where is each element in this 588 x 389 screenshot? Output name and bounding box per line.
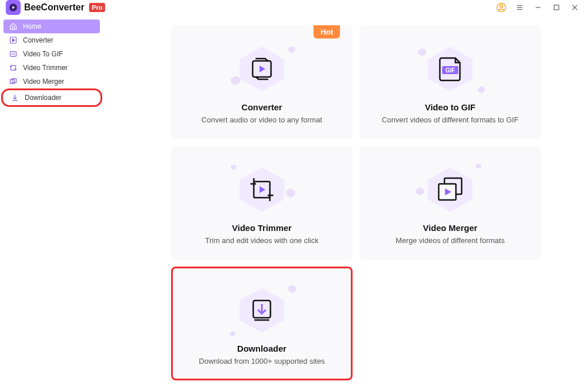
sidebar-item-label: Downloader — [25, 94, 61, 102]
brand-logo-icon — [6, 0, 21, 15]
account-icon[interactable] — [496, 2, 506, 13]
sidebar-item-label: Home — [23, 22, 41, 30]
card-desc: Convert audio or video to any format — [202, 115, 322, 124]
card-desc: Convert videos of different formats to G… — [382, 115, 519, 124]
gif-icon — [9, 50, 17, 58]
main-content: Hot Converter Convert audio or vi — [103, 15, 588, 389]
brand-name: BeeConverter — [24, 2, 84, 13]
converter-icon — [227, 40, 296, 98]
svg-rect-10 — [554, 5, 559, 10]
brand: BeeConverter Pro — [6, 0, 105, 15]
card-converter[interactable]: Hot Converter Convert audio or vi — [171, 25, 353, 139]
sidebar-item-gif[interactable]: Video To GIF — [3, 47, 100, 61]
svg-marker-23 — [260, 66, 265, 72]
card-desc: Download from 1000+ supported sites — [199, 357, 324, 365]
card-title: Video Merger — [423, 223, 478, 233]
sidebar-item-label: Video To GIF — [23, 50, 63, 58]
card-title: Downloader — [237, 344, 287, 353]
trimmer-icon — [227, 161, 296, 218]
sidebar-item-merger[interactable]: Video Merger — [3, 75, 100, 88]
card-desc: Merge videos of different formats — [396, 236, 505, 245]
trim-icon — [9, 64, 17, 72]
app-window: BeeConverter Pro — [0, 0, 588, 389]
minimize-icon[interactable] — [533, 2, 543, 13]
card-trimmer[interactable]: Video Trimmer Trim and edit videos with … — [171, 146, 353, 260]
close-icon[interactable] — [570, 2, 580, 13]
card-desc: Trim and edit videos with one click — [205, 236, 319, 245]
sidebar: Home Converter Video To GIF Video Trimme… — [0, 15, 103, 389]
card-title: Video to GIF — [425, 102, 475, 112]
hot-badge: Hot — [314, 25, 340, 38]
card-downloader[interactable]: Downloader Download from 1000+ supported… — [171, 267, 353, 380]
sidebar-item-converter[interactable]: Converter — [3, 33, 100, 47]
svg-marker-27 — [260, 186, 265, 193]
merger-icon — [416, 161, 485, 218]
svg-text:GIF: GIF — [446, 67, 455, 74]
svg-marker-14 — [13, 39, 14, 42]
card-title: Video Trimmer — [232, 223, 292, 233]
sidebar-item-downloader[interactable]: Downloader — [5, 91, 98, 105]
play-icon — [9, 36, 17, 44]
svg-point-5 — [500, 5, 503, 7]
menu-icon[interactable] — [514, 2, 525, 13]
downloader-icon — [227, 282, 296, 339]
home-icon — [9, 22, 17, 30]
card-merger[interactable]: Video Merger Merge videos of different f… — [359, 146, 541, 260]
window-controls — [496, 2, 582, 13]
download-icon — [11, 94, 19, 102]
sidebar-item-home[interactable]: Home — [3, 20, 100, 33]
merge-icon — [9, 78, 17, 86]
sidebar-item-label: Video Trimmer — [23, 64, 68, 72]
card-gif[interactable]: GIF Video to GIF Convert videos of diffe… — [359, 25, 541, 139]
sidebar-highlight: Downloader — [1, 88, 102, 107]
sidebar-item-label: Video Merger — [23, 78, 64, 86]
sidebar-item-label: Converter — [23, 36, 53, 44]
gif-icon: GIF — [416, 40, 485, 98]
maximize-icon[interactable] — [551, 2, 562, 13]
card-title: Converter — [242, 102, 283, 112]
title-bar: BeeConverter Pro — [0, 0, 588, 15]
sidebar-item-trimmer[interactable]: Video Trimmer — [3, 61, 100, 75]
brand-pro-badge: Pro — [89, 3, 105, 12]
